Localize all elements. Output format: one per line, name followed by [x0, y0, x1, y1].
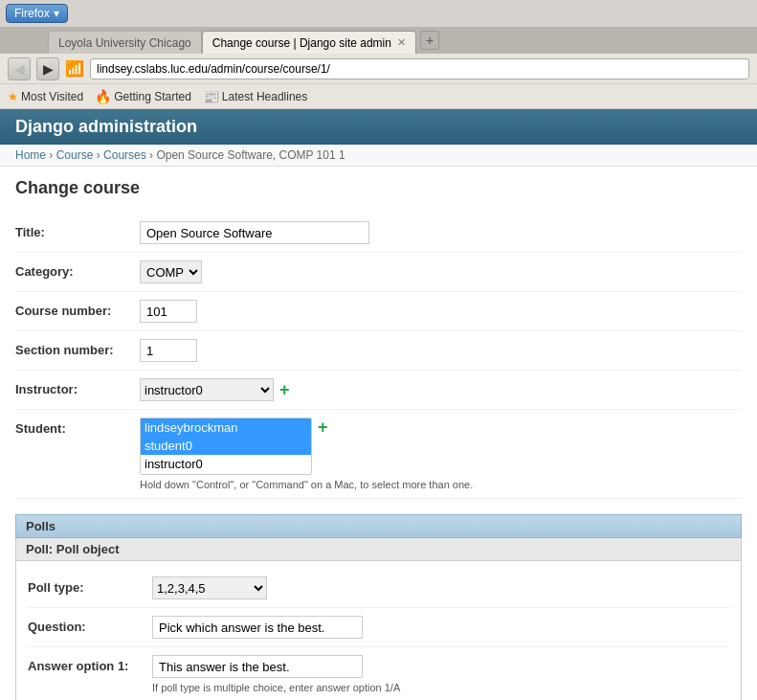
polls-header: Polls [15, 514, 742, 538]
poll-type-field: 1,2,3,4,5 [152, 576, 729, 599]
form-row-question: Question: [28, 608, 729, 647]
add-student-button[interactable]: + [318, 418, 328, 438]
tab-close-icon[interactable]: ✕ [397, 36, 406, 49]
section-number-input[interactable] [140, 339, 197, 362]
form-row-answer: Answer option 1: If poll type is multipl… [28, 647, 729, 700]
form-row-course-number: Course number: [15, 292, 742, 331]
tab-bar: Loyola University Chicago Change course … [0, 27, 757, 54]
title-field [140, 221, 742, 244]
star-icon: ★ [8, 90, 18, 103]
page-title: Change course [15, 178, 742, 198]
bookmark-getting-started[interactable]: 🔥 Getting Started [95, 89, 191, 104]
django-header: Django administration [0, 109, 757, 145]
polls-subheader: Poll: Poll object [16, 538, 741, 561]
getting-started-label: Getting Started [114, 90, 191, 103]
student-label: Student: [15, 418, 140, 436]
polls-body: Poll: Poll object Poll type: 1,2,3,4,5 Q… [15, 538, 742, 700]
question-label: Question: [28, 616, 152, 634]
form-row-student: Student: lindseybrockman student0 instru… [15, 410, 742, 499]
course-number-input[interactable] [140, 300, 197, 323]
answer-hint: If poll type is multiple choice, enter a… [152, 682, 729, 693]
nav-bar: ◀ ▶ 📶 [0, 54, 757, 84]
title-input[interactable] [140, 221, 369, 244]
poll-type-label: Poll type: [28, 576, 152, 595]
news-icon: 📰 [203, 89, 219, 104]
firefox-menu-button[interactable]: Firefox ▾ [6, 4, 68, 23]
breadcrumb-current: Open Source Software, COMP 101 1 [156, 148, 345, 162]
page-content: Change course Title: Category: COMP Cour… [0, 167, 757, 700]
polls-section: Polls Poll: Poll object Poll type: 1,2,3… [15, 514, 742, 700]
student-option-3: evilprofessor [141, 473, 311, 475]
new-tab-button[interactable]: + [420, 31, 439, 50]
back-icon: ◀ [14, 61, 25, 77]
getting-started-icon: 🔥 [95, 89, 111, 104]
student-select[interactable]: lindseybrockman student0 instructor0 evi… [140, 418, 312, 475]
instructor-row: instructor0 + [140, 378, 742, 401]
form-row-section-number: Section number: [15, 331, 742, 371]
category-label: Category: [15, 260, 140, 279]
form-row-title: Title: [15, 214, 742, 253]
signal-icon: 📶 [65, 59, 84, 78]
tab-loyola-label: Loyola University Chicago [58, 36, 191, 50]
answer-option-input[interactable] [152, 655, 363, 678]
section-number-label: Section number: [15, 339, 140, 357]
student-option-2: instructor0 [141, 455, 311, 473]
most-visited-label: Most Visited [21, 90, 83, 103]
firefox-label: Firefox [14, 7, 50, 20]
bookmark-latest-headlines[interactable]: 📰 Latest Headlines [203, 89, 307, 104]
title-label: Title: [15, 221, 140, 239]
browser-titlebar: Firefox ▾ [0, 0, 757, 27]
dropdown-arrow: ▾ [54, 7, 59, 20]
breadcrumb-home[interactable]: Home [15, 148, 46, 162]
course-number-field [140, 300, 742, 323]
forward-icon: ▶ [43, 61, 54, 77]
tab-loyola[interactable]: Loyola University Chicago [48, 31, 202, 54]
category-select[interactable]: COMP [140, 260, 202, 283]
latest-headlines-label: Latest Headlines [222, 90, 307, 103]
breadcrumb: Home › Course › Courses › Open Source So… [0, 145, 757, 167]
student-container: lindseybrockman student0 instructor0 evi… [140, 418, 742, 475]
student-option-1: student0 [141, 437, 311, 455]
tab-django[interactable]: Change course | Django site admin ✕ [202, 31, 416, 54]
bookmark-most-visited[interactable]: ★ Most Visited [8, 90, 83, 103]
form-row-category: Category: COMP [15, 253, 742, 292]
breadcrumb-course[interactable]: Course [56, 148, 94, 162]
polls-form: Poll type: 1,2,3,4,5 Question: [16, 561, 741, 700]
category-field: COMP [140, 260, 742, 283]
address-bar[interactable] [90, 58, 749, 79]
forward-button[interactable]: ▶ [36, 57, 59, 80]
form-row-instructor: Instructor: instructor0 + [15, 371, 742, 410]
tab-django-label: Change course | Django site admin [212, 36, 391, 50]
answer-option-label: Answer option 1: [28, 655, 152, 673]
back-button[interactable]: ◀ [8, 57, 31, 80]
instructor-label: Instructor: [15, 378, 140, 396]
question-input[interactable] [152, 616, 363, 639]
instructor-select[interactable]: instructor0 [140, 378, 274, 401]
student-option-0: lindseybrockman [141, 418, 311, 437]
poll-type-select[interactable]: 1,2,3,4,5 [152, 576, 267, 599]
add-instructor-button[interactable]: + [279, 380, 290, 400]
student-hint: Hold down "Control", or "Command" on a M… [140, 479, 742, 490]
student-field: lindseybrockman student0 instructor0 evi… [140, 418, 742, 490]
django-title: Django administration [15, 117, 197, 136]
question-field [152, 616, 729, 639]
breadcrumb-courses[interactable]: Courses [103, 148, 146, 162]
answer-option-field: If poll type is multiple choice, enter a… [152, 655, 729, 693]
section-number-field [140, 339, 742, 362]
course-number-label: Course number: [15, 300, 140, 318]
instructor-field: instructor0 + [140, 378, 742, 401]
form-row-poll-type: Poll type: 1,2,3,4,5 [28, 569, 729, 608]
bookmarks-bar: ★ Most Visited 🔥 Getting Started 📰 Lates… [0, 84, 757, 109]
